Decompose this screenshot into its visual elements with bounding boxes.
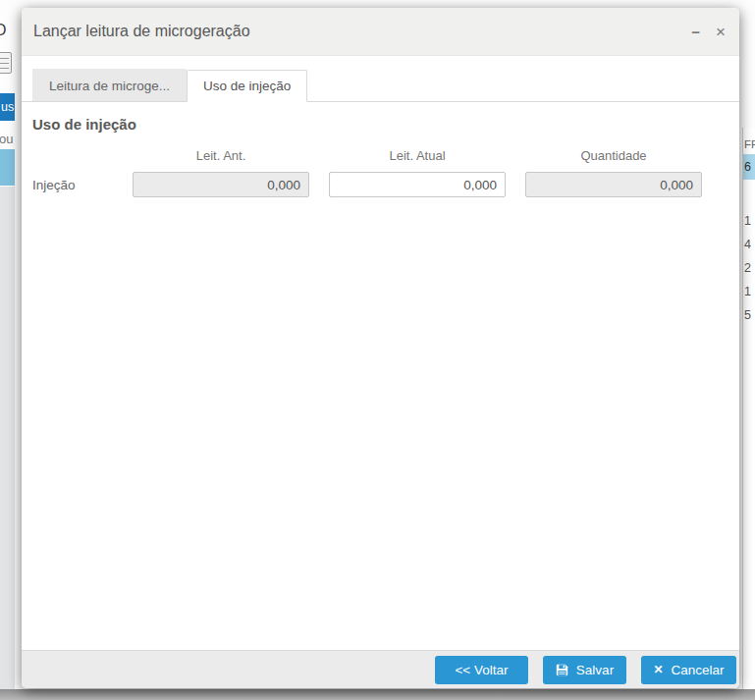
bg-table-cell: 1 [744,214,755,228]
leit-atual-input[interactable] [329,172,506,197]
section-title: Uso de injeção [32,116,728,133]
bg-blue-badge: us [0,93,15,121]
cancel-button-label: Cancelar [672,663,725,677]
bg-left-panel [0,187,15,700]
tab-strip: Leitura de microge... Uso de injeção [22,69,739,102]
back-button[interactable]: << Voltar [435,656,528,684]
bg-table-column [742,128,755,689]
back-button-label: << Voltar [455,663,508,677]
cancel-x-icon: ✕ [653,663,663,676]
window-controls: − × [691,8,726,55]
bg-table-cell: 1 [744,285,755,298]
tab-leitura-de-microgeracao[interactable]: Leitura de microge... [32,69,187,101]
dialog-footer: << Voltar Salvar ✕ Cancelar [22,650,739,688]
save-button-label: Salvar [576,663,614,677]
bg-table-cell: 4 [744,238,755,251]
bg-selected-row-bar [0,149,15,186]
quantidade-input [525,172,702,197]
bg-table-cell: 2 [744,261,755,275]
dialog-titlebar: Lançar leitura de microgeração − × [22,8,739,56]
close-icon[interactable]: × [716,24,726,40]
bg-badge-label: us [1,100,14,114]
microgeneration-reading-dialog: Lançar leitura de microgeração − × Leitu… [22,8,739,688]
save-button[interactable]: Salvar [543,656,626,684]
column-header-leit-atual: Leit. Atual [329,148,506,163]
save-icon [556,664,568,676]
bg-table-cell: 5 [744,308,755,322]
leit-ant-input [133,172,309,197]
bg-partial-text: O [0,22,6,39]
column-header-quantidade: Quantidade [525,148,702,163]
injection-form: Leit. Ant. Leit. Atual Quantidade Injeçã… [32,148,728,197]
dialog-body: Uso de injeção Leit. Ant. Leit. Atual Qu… [22,102,739,197]
dialog-title: Lançar leitura de microgeração [33,23,250,40]
tab-label: Uso de injeção [203,79,291,93]
bg-row-text: ou [0,132,13,146]
bg-table-selected-cell: 6 [743,154,755,180]
minimize-icon[interactable]: − [691,25,700,39]
calendar-icon [0,52,12,74]
page: O us ou FP 6 14215 Lançar leitura de mic… [0,0,755,700]
bg-table-header: FP [744,138,755,150]
bg-bottom-strip [0,689,755,700]
row-label-injecao: Injeção [32,178,113,192]
column-header-leit-ant: Leit. Ant. [133,148,309,163]
cancel-button[interactable]: ✕ Cancelar [641,656,736,684]
tab-label: Leitura de microge... [49,79,170,93]
tab-uso-de-injecao[interactable]: Uso de injeção [187,70,307,102]
